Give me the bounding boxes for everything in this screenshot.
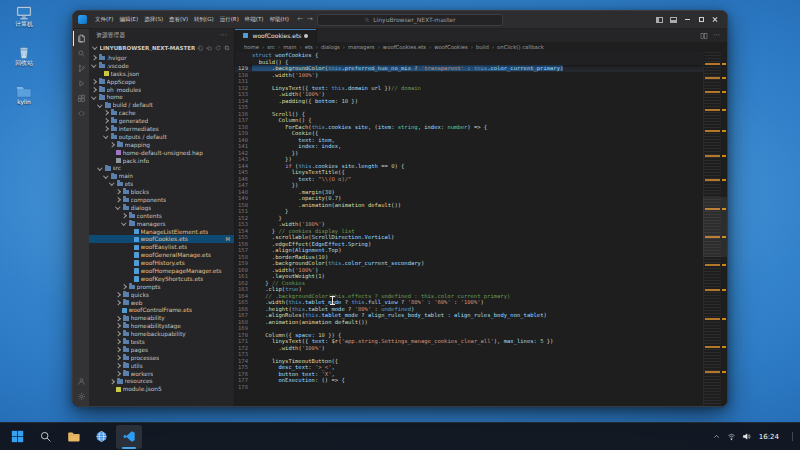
tree-file-woofKeyShortcuts.ets[interactable]: woofKeyShortcuts.ets <box>89 275 234 283</box>
refresh-icon[interactable] <box>215 45 221 51</box>
minimize-button[interactable] <box>680 12 694 28</box>
minimap-slider[interactable] <box>703 197 727 257</box>
close-button[interactable] <box>708 12 722 28</box>
tray-expand-icon[interactable] <box>712 432 721 441</box>
tree-folder-quicks[interactable]: quicks <box>89 291 234 299</box>
sticky-line[interactable]: build() { <box>235 59 703 66</box>
tree-folder-contents[interactable]: contents <box>89 212 234 220</box>
breadcrumb-item[interactable]: src <box>267 44 275 50</box>
new-file-icon[interactable] <box>197 45 203 51</box>
tree-folder-mapping[interactable]: mapping <box>89 141 234 149</box>
tree-folder-utils[interactable]: utils <box>89 362 234 370</box>
tree-folder-pages[interactable]: pages <box>89 346 234 354</box>
tree-file-woofHistory.ets[interactable]: woofHistory.ets <box>89 259 234 267</box>
tree-folder-generated[interactable]: generated <box>89 117 234 125</box>
menu-item[interactable]: 帮助(H) <box>266 14 291 26</box>
breadcrumb-item[interactable]: build <box>476 44 489 50</box>
taskbar-start-button[interactable] <box>4 425 30 449</box>
breadcrumb-item[interactable]: home <box>244 44 259 50</box>
activity-source-control[interactable] <box>73 61 89 76</box>
activity-settings[interactable] <box>73 389 89 404</box>
breadcrumb-item[interactable]: main <box>283 44 296 50</box>
activity-search[interactable] <box>73 46 89 61</box>
tree-folder-cache[interactable]: cache <box>89 109 234 117</box>
tree-folder-components[interactable]: components <box>89 196 234 204</box>
taskbar-clock[interactable]: 16:24 <box>757 433 781 441</box>
breadcrumb-item[interactable]: woofCookies.ets <box>383 44 426 50</box>
desktop-icon-recycle-bin[interactable]: 回收站 <box>4 44 44 67</box>
project-header[interactable]: LINYUBROWSER_NEXT-MASTER <box>89 42 234 53</box>
tree-folder-tests[interactable]: tests <box>89 338 234 346</box>
new-folder-icon[interactable] <box>206 45 212 51</box>
code-editor[interactable]: struct woofCookies { build() { 129 .back… <box>235 52 727 406</box>
menu-item[interactable]: 选择(S) <box>141 14 166 26</box>
tree-file-woofControlFrame.ets[interactable]: woofControlFrame.ets <box>89 307 234 315</box>
nav-back-icon[interactable]: ← <box>297 16 303 23</box>
activity-extensions[interactable] <box>73 91 89 106</box>
menu-item[interactable]: 文件(F) <box>92 14 116 26</box>
more-icon[interactable]: ⋯ <box>713 32 720 39</box>
menu-item[interactable]: 转到(G) <box>191 14 217 26</box>
tree-folder-workers[interactable]: workers <box>89 370 234 378</box>
taskbar-search-button[interactable] <box>32 425 58 449</box>
breadcrumb-item[interactable]: onClick() callback <box>497 44 544 50</box>
breadcrumb-item[interactable]: woofCookies <box>434 44 467 50</box>
tree-folder-resources[interactable]: resources <box>89 378 234 386</box>
tree-file-tasks.json[interactable]: tasks.json <box>89 70 234 78</box>
tree-file-pack.info[interactable]: pack.info <box>89 157 234 165</box>
tree-file-ManageListElement.ets[interactable]: ManageListElement.ets <box>89 228 234 236</box>
tree-file-woofHomepageManager.ets[interactable]: woofHomepageManager.ets <box>89 267 234 275</box>
breadcrumb-item[interactable]: ets <box>305 44 313 50</box>
tree-folder-blocks[interactable]: blocks <box>89 188 234 196</box>
tree-folder-processes[interactable]: processes <box>89 354 234 362</box>
tree-folder-build_default[interactable]: build / default <box>89 101 234 109</box>
tree-folder-.vscode[interactable]: .vscode <box>89 62 234 70</box>
tree-folder-homeabilitystage[interactable]: homeabilitystage <box>89 322 234 330</box>
more-icon[interactable]: ⋯ <box>220 32 227 39</box>
tree-folder-homebackupability[interactable]: homebackupability <box>89 330 234 338</box>
activity-explorer[interactable] <box>73 31 89 46</box>
tree-folder-main[interactable]: main <box>89 172 234 180</box>
show-desktop-button[interactable] <box>792 432 796 441</box>
tree-file-woofCookies.ets[interactable]: woofCookies.etsM <box>89 235 234 243</box>
tree-file-module.json5[interactable]: module.json5 <box>89 385 234 393</box>
tree-folder-intermediates[interactable]: intermediates <box>89 125 234 133</box>
desktop-icon-kylin[interactable]: kylin <box>4 83 44 106</box>
tree-file-woofEasylist.ets[interactable]: woofEasylist.ets <box>89 243 234 251</box>
breadcrumb-item[interactable]: managers <box>348 44 375 50</box>
tree-folder-managers[interactable]: managers <box>89 220 234 228</box>
tree-folder-outputs_default[interactable]: outputs / default <box>89 133 234 141</box>
taskbar-file-manager-button[interactable] <box>60 425 86 449</box>
maximize-button[interactable] <box>694 12 708 28</box>
tree-folder-web[interactable]: web <box>89 299 234 307</box>
menu-item[interactable]: 运行(R) <box>217 14 242 26</box>
activity-run-debug[interactable] <box>73 76 89 91</box>
tree-file-home-default-unsigned.hap[interactable]: home-default-unsigned.hap <box>89 149 234 157</box>
tree-folder-AppScope[interactable]: AppScope <box>89 78 234 86</box>
tree-folder-ets[interactable]: ets <box>89 180 234 188</box>
volume-icon[interactable] <box>742 432 751 441</box>
activity-account[interactable] <box>73 374 89 389</box>
menu-item[interactable]: 编辑(E) <box>116 14 141 26</box>
activity-remote[interactable] <box>73 106 89 121</box>
menu-item[interactable]: 查看(V) <box>166 14 191 26</box>
code-line-178[interactable]: 178 <box>235 384 703 391</box>
modified-dot-icon[interactable] <box>304 34 308 38</box>
collapse-all-icon[interactable] <box>224 45 230 51</box>
command-center[interactable]: LinyuBrowser_NEXT-master <box>317 14 503 26</box>
breadcrumb-item[interactable]: dialogs <box>321 44 340 50</box>
network-icon[interactable] <box>727 432 736 441</box>
tree-folder-prompts[interactable]: prompts <box>89 283 234 291</box>
split-editor-icon[interactable] <box>700 32 708 40</box>
menu-item[interactable]: 终端(T) <box>242 14 267 26</box>
tree-folder-dialogs[interactable]: dialogs <box>89 204 234 212</box>
tree-folder-oh_modules[interactable]: oh_modules <box>89 86 234 94</box>
taskbar-vscode-button[interactable] <box>116 425 142 449</box>
desktop-icon-computer[interactable]: 计算机 <box>4 5 44 28</box>
tree-file-woofGeneralManage.ets[interactable]: woofGeneralManage.ets <box>89 251 234 259</box>
tree-folder-src[interactable]: src <box>89 164 234 172</box>
tree-folder-.hvigor[interactable]: .hvigor <box>89 54 234 62</box>
layout-button[interactable] <box>666 12 680 28</box>
tree-folder-homeability[interactable]: homeability <box>89 314 234 322</box>
nav-forward-icon[interactable]: → <box>307 16 313 23</box>
